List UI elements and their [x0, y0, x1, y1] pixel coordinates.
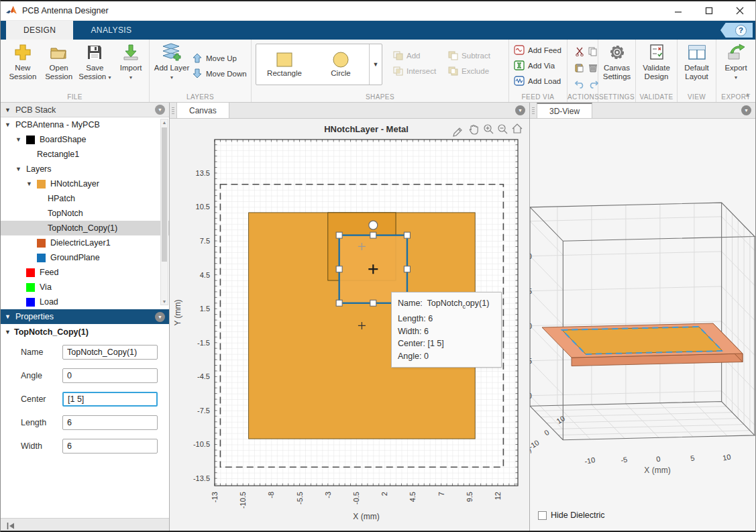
- open-session-button[interactable]: Open Session: [42, 42, 76, 81]
- exclude-boolean-button[interactable]: Exclude: [447, 63, 490, 78]
- expander-icon[interactable]: ▼: [26, 180, 32, 187]
- pcb-stack-header[interactable]: ▼ PCB Stack ▼: [1, 103, 169, 117]
- ribbon-collapse-icon[interactable]: ▲: [745, 91, 751, 98]
- tree-item-topnotch-copy-1-[interactable]: TopNotch_Copy(1): [1, 221, 169, 235]
- tree-item-rectangle1[interactable]: Rectangle1: [1, 147, 169, 162]
- close-button[interactable]: [724, 1, 755, 20]
- angle-input[interactable]: [62, 368, 158, 383]
- svg-text:-4.5: -4.5: [197, 372, 210, 380]
- threed-plot-area[interactable]: 1050-5-10100-10-10-50510X (mm)Y (mm) Hid…: [530, 119, 755, 532]
- properties-header[interactable]: ▼ Properties ▼: [1, 309, 169, 324]
- svg-text:0: 0: [655, 455, 661, 464]
- move-up-button[interactable]: Move Up: [191, 50, 247, 66]
- subtract-boolean-button[interactable]: Subtract: [447, 48, 490, 63]
- tab-3d-view[interactable]: 3D-View: [537, 103, 592, 118]
- help-button[interactable]: ?: [720, 23, 753, 38]
- add-load-button[interactable]: Add Load: [513, 73, 561, 89]
- validate-design-button[interactable]: Validate Design: [638, 42, 676, 81]
- svg-text:4.5: 4.5: [200, 271, 210, 279]
- threed-panel-grip[interactable]: [530, 103, 537, 118]
- hide-dielectric-label: Hide Dielectric: [551, 511, 605, 520]
- length-input[interactable]: [62, 415, 158, 430]
- minimize-button[interactable]: [663, 1, 694, 20]
- scroll-down-icon[interactable]: ▼: [161, 299, 168, 304]
- move-down-button[interactable]: Move Down: [191, 66, 247, 81]
- canvas-panel-grip[interactable]: [170, 103, 176, 118]
- tree-item-load[interactable]: Load: [1, 295, 169, 309]
- center-input[interactable]: [62, 392, 158, 407]
- tree-item-via[interactable]: Via: [1, 280, 169, 295]
- tree-item-pcbantenna-mypcb[interactable]: ▼PCBAntenna - MyPCB: [1, 117, 169, 132]
- plot-title: HNotchLayer - Metal: [324, 124, 409, 134]
- move-up-label: Move Up: [206, 54, 237, 62]
- canvas-settings-button[interactable]: Canvas Settings: [599, 42, 635, 81]
- home-icon: [512, 124, 522, 133]
- undo-icon[interactable]: [573, 76, 586, 92]
- add-feed-button[interactable]: Add Feed: [513, 42, 561, 58]
- tree-item-hpatch[interactable]: HPatch: [1, 191, 169, 206]
- move-down-label: Move Down: [206, 70, 247, 78]
- threed-panel-menu-icon[interactable]: ▼: [741, 105, 751, 115]
- tab-analysis[interactable]: ANALYSIS: [73, 21, 149, 40]
- svg-text:13.5: 13.5: [196, 169, 210, 177]
- expander-icon[interactable]: ▼: [15, 136, 21, 143]
- tree-item-hnotchlayer[interactable]: ▼HNotchLayer: [1, 176, 169, 191]
- intersect-boolean-button[interactable]: Intersect: [392, 63, 436, 78]
- svg-text:-7.5: -7.5: [197, 407, 210, 415]
- rectangle-shape-button[interactable]: Rectangle: [256, 44, 313, 85]
- tree-item-label: TopNotch: [48, 209, 83, 218]
- circle-shape-button[interactable]: Circle: [313, 44, 369, 85]
- pcb-stack-collapse-icon[interactable]: ▼: [5, 107, 11, 113]
- expander-icon[interactable]: ▼: [15, 166, 21, 172]
- canvas-panel-menu-icon[interactable]: ▼: [515, 105, 525, 115]
- import-button[interactable]: Import▾: [113, 42, 148, 82]
- add-via-button[interactable]: Add Via: [513, 58, 555, 73]
- tree-item-feed[interactable]: Feed: [1, 265, 169, 280]
- canvas-plot-area[interactable]: 13.510.57.54.51.5-1.5-4.5-7.5-10.5-13.5-…: [170, 119, 529, 532]
- tab-design[interactable]: DESIGN: [6, 21, 73, 40]
- tree-item-layers[interactable]: ▼Layers: [1, 162, 169, 176]
- properties-collapse-icon[interactable]: ▼: [5, 313, 11, 320]
- pcb-stack-title: PCB Stack: [15, 105, 56, 115]
- scroll-up-icon[interactable]: ▲: [161, 120, 168, 125]
- svg-text:-10.5: -10.5: [193, 440, 210, 448]
- tree-item-dielectriclayer1[interactable]: DielectricLayer1: [1, 235, 169, 250]
- paste-icon[interactable]: [573, 60, 586, 76]
- layer-color-icon: [26, 268, 35, 277]
- name-input[interactable]: [62, 345, 158, 360]
- tree-item-groundplane[interactable]: GroundPlane: [1, 250, 169, 265]
- cut-icon[interactable]: [573, 44, 586, 60]
- add-boolean-button[interactable]: Add: [392, 48, 436, 63]
- save-session-button[interactable]: Save Session ▾: [78, 42, 113, 82]
- shapes-gallery-dropdown[interactable]: ▼: [369, 44, 382, 85]
- delete-icon[interactable]: [586, 60, 600, 76]
- collapse-left-panel-icon[interactable]: [6, 522, 15, 530]
- properties-section-collapse-icon[interactable]: ▼: [5, 329, 11, 335]
- maximize-button[interactable]: [694, 1, 724, 20]
- tree-item-label: BoardShape: [40, 135, 87, 144]
- tree-scrollbar[interactable]: ▲ ▼: [160, 119, 168, 305]
- layer-color-icon: [26, 298, 35, 307]
- save-session-dropdown-icon: ▾: [108, 74, 111, 81]
- hide-dielectric-checkbox[interactable]: [538, 511, 547, 520]
- pcb-stack-menu-icon[interactable]: ▼: [155, 105, 165, 115]
- tab-canvas[interactable]: Canvas: [176, 103, 229, 118]
- plot-3d[interactable]: 1050-5-10100-10-10-50510X (mm)Y (mm): [530, 119, 755, 532]
- copy-icon[interactable]: [586, 44, 600, 60]
- redo-icon[interactable]: [586, 76, 600, 92]
- add-layer-button[interactable]: Add Layer ▾: [153, 42, 191, 82]
- default-layout-button[interactable]: Default Layout: [678, 42, 715, 81]
- tree-item-topnotch[interactable]: TopNotch: [1, 206, 169, 221]
- properties-section-header[interactable]: ▼ TopNotch_Copy(1): [1, 324, 169, 340]
- tree-item-boardshape[interactable]: ▼BoardShape: [1, 132, 169, 147]
- validate-design-label: Validate Design: [638, 64, 676, 81]
- new-session-button[interactable]: New Session: [5, 42, 40, 81]
- width-input[interactable]: [62, 439, 158, 454]
- properties-menu-icon[interactable]: ▼: [155, 312, 165, 322]
- expander-icon[interactable]: ▼: [5, 121, 11, 128]
- properties-panel: ▼ TopNotch_Copy(1) NameAngleCenterLength…: [1, 324, 169, 518]
- rectangle-shape-icon: [276, 52, 293, 68]
- tree-scrollbar-thumb[interactable]: [162, 127, 167, 262]
- threed-panel: 3D-View ▼ 1050-5-10100-10-10-50510X (mm)…: [530, 103, 755, 532]
- export-button[interactable]: Export▾: [717, 42, 755, 82]
